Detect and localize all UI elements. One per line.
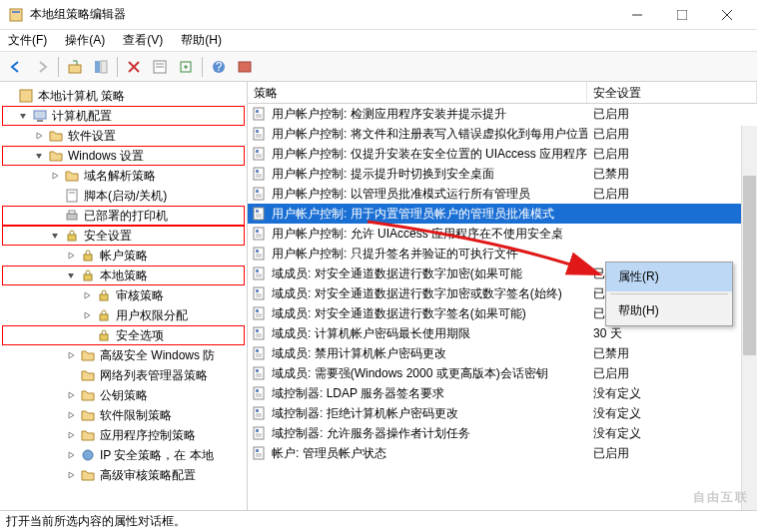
tree-item[interactable]: 脚本(启动/关机) bbox=[2, 186, 245, 206]
twisty-icon[interactable] bbox=[82, 310, 96, 320]
svg-rect-69 bbox=[256, 289, 259, 292]
tree-item[interactable]: 计算机配置 bbox=[2, 106, 245, 126]
tree-item[interactable]: 应用程序控制策略 bbox=[2, 425, 245, 445]
tree-item[interactable]: 软件设置 bbox=[2, 126, 245, 146]
tree-item[interactable]: 网络列表管理器策略 bbox=[2, 365, 245, 385]
twisty-icon[interactable] bbox=[66, 251, 80, 261]
twisty-icon[interactable] bbox=[18, 111, 32, 121]
tree-item[interactable]: 帐户策略 bbox=[2, 246, 245, 266]
forward-button[interactable] bbox=[30, 55, 54, 79]
folder-icon bbox=[80, 387, 96, 403]
tree-item[interactable]: 用户权限分配 bbox=[2, 305, 245, 325]
tree-item[interactable]: 公钥策略 bbox=[2, 385, 245, 405]
help-button[interactable]: ? bbox=[207, 55, 231, 79]
twisty-icon[interactable] bbox=[66, 430, 80, 440]
close-button[interactable] bbox=[704, 1, 749, 29]
list-row[interactable]: 用户帐户控制: 允许 UIAccess 应用程序在不使用安全桌 bbox=[248, 224, 757, 244]
svg-rect-33 bbox=[256, 110, 259, 113]
tree-item[interactable]: 已部署的打印机 bbox=[2, 206, 245, 226]
tree-item[interactable]: 本地策略 bbox=[2, 266, 245, 285]
list-row[interactable]: 用户帐户控制: 将文件和注册表写入错误虚拟化到每用户位置已启用 bbox=[248, 124, 757, 144]
row-setting-value: 已禁用 bbox=[587, 345, 757, 362]
list-row[interactable]: 域成员: 计算机帐户密码最长使用期限30 天 bbox=[248, 323, 757, 343]
context-help[interactable]: 帮助(H) bbox=[606, 296, 732, 325]
twisty-icon[interactable] bbox=[66, 410, 80, 420]
twisty-icon[interactable] bbox=[34, 151, 48, 161]
twisty-icon[interactable] bbox=[66, 470, 80, 480]
menu-help[interactable]: 帮助(H) bbox=[179, 30, 224, 51]
list-row[interactable]: 用户帐户控制: 以管理员批准模式运行所有管理员已启用 bbox=[248, 184, 757, 204]
svg-rect-77 bbox=[256, 329, 259, 332]
tree-item[interactable]: 审核策略 bbox=[2, 285, 245, 305]
svg-rect-64 bbox=[254, 267, 264, 279]
scrollbar-thumb[interactable] bbox=[743, 176, 756, 355]
twisty-icon[interactable] bbox=[34, 131, 48, 141]
up-button[interactable] bbox=[63, 55, 87, 79]
list-header: 策略 安全设置 bbox=[248, 82, 757, 104]
tree-item[interactable]: 高级安全 Windows 防 bbox=[2, 345, 245, 365]
svg-rect-19 bbox=[34, 111, 46, 119]
svg-rect-26 bbox=[84, 255, 92, 261]
list-row[interactable]: 域成员: 需要强(Windows 2000 或更高版本)会话密钥已启用 bbox=[248, 363, 757, 383]
policy-icon bbox=[252, 166, 268, 182]
list-row[interactable]: 域控制器: 拒绝计算机帐户密码更改没有定义 bbox=[248, 403, 757, 423]
list-row[interactable]: 用户帐户控制: 用于内置管理员帐户的管理员批准模式 bbox=[248, 204, 757, 224]
minimize-button[interactable] bbox=[614, 1, 659, 29]
svg-rect-7 bbox=[95, 61, 100, 73]
export-button[interactable] bbox=[174, 55, 198, 79]
list-row[interactable]: 用户帐户控制: 检测应用程序安装并提示提升已启用 bbox=[248, 104, 757, 124]
svg-rect-6 bbox=[69, 65, 81, 73]
twisty-icon[interactable] bbox=[66, 350, 80, 360]
twisty-icon[interactable] bbox=[66, 450, 80, 460]
menu-action[interactable]: 操作(A) bbox=[63, 30, 107, 51]
menu-file[interactable]: 文件(F) bbox=[6, 30, 49, 51]
policy-icon bbox=[252, 325, 268, 341]
svg-rect-60 bbox=[254, 248, 264, 260]
properties-button[interactable] bbox=[148, 55, 172, 79]
list-row[interactable]: 域控制器: 允许服务器操作者计划任务没有定义 bbox=[248, 423, 757, 443]
tree-item-label: 计算机配置 bbox=[52, 108, 112, 125]
tree-item[interactable]: 高级审核策略配置 bbox=[2, 465, 245, 485]
list-row[interactable]: 域成员: 禁用计算机帐户密码更改已禁用 bbox=[248, 343, 757, 363]
lock-icon bbox=[96, 287, 112, 303]
show-hide-tree-button[interactable] bbox=[89, 55, 113, 79]
scrollbar[interactable] bbox=[741, 126, 757, 510]
tree-item[interactable]: 域名解析策略 bbox=[2, 166, 245, 186]
column-policy[interactable]: 策略 bbox=[248, 82, 587, 103]
row-setting-value: 没有定义 bbox=[587, 385, 757, 402]
back-button[interactable] bbox=[4, 55, 28, 79]
twisty-icon[interactable] bbox=[50, 231, 64, 241]
menu-view[interactable]: 查看(V) bbox=[121, 30, 165, 51]
twisty-icon[interactable] bbox=[50, 171, 64, 181]
policy-icon bbox=[252, 146, 268, 162]
tree-item[interactable]: 本地计算机 策略 bbox=[2, 86, 245, 106]
list-row[interactable]: 域控制器: LDAP 服务器签名要求没有定义 bbox=[248, 383, 757, 403]
tree-panel[interactable]: 本地计算机 策略计算机配置软件设置Windows 设置域名解析策略脚本(启动/关… bbox=[0, 82, 248, 510]
row-policy-name: 用户帐户控制: 以管理员批准模式运行所有管理员 bbox=[272, 186, 587, 203]
svg-rect-37 bbox=[256, 130, 259, 133]
maximize-button[interactable] bbox=[659, 1, 704, 29]
filter-button[interactable] bbox=[233, 55, 257, 79]
twisty-icon[interactable] bbox=[66, 270, 80, 280]
svg-rect-96 bbox=[254, 427, 264, 439]
svg-rect-0 bbox=[10, 9, 22, 21]
svg-rect-72 bbox=[254, 307, 264, 319]
list-row[interactable]: 用户帐户控制: 提示提升时切换到安全桌面已禁用 bbox=[248, 164, 757, 184]
svg-rect-89 bbox=[256, 389, 259, 392]
tree-item[interactable]: 安全设置 bbox=[2, 226, 245, 246]
list-row[interactable]: 用户帐户控制: 只提升签名并验证的可执行文件 bbox=[248, 244, 757, 264]
tree-item[interactable]: Windows 设置 bbox=[2, 146, 245, 166]
context-properties[interactable]: 属性(R) bbox=[606, 263, 732, 291]
policy-icon bbox=[252, 285, 268, 301]
printer-icon bbox=[64, 208, 80, 224]
tree-item[interactable]: 安全选项 bbox=[2, 325, 245, 345]
twisty-icon[interactable] bbox=[66, 390, 80, 400]
delete-button[interactable] bbox=[122, 55, 146, 79]
twisty-icon[interactable] bbox=[82, 290, 96, 300]
list-row[interactable]: 帐户: 管理员帐户状态已启用 bbox=[248, 443, 757, 463]
tree-item[interactable]: IP 安全策略，在 本地 bbox=[2, 445, 245, 465]
tree-item-label: 审核策略 bbox=[116, 287, 164, 304]
list-row[interactable]: 用户帐户控制: 仅提升安装在安全位置的 UIAccess 应用程序已启用 bbox=[248, 144, 757, 164]
tree-item[interactable]: 软件限制策略 bbox=[2, 405, 245, 425]
column-setting[interactable]: 安全设置 bbox=[587, 82, 757, 103]
